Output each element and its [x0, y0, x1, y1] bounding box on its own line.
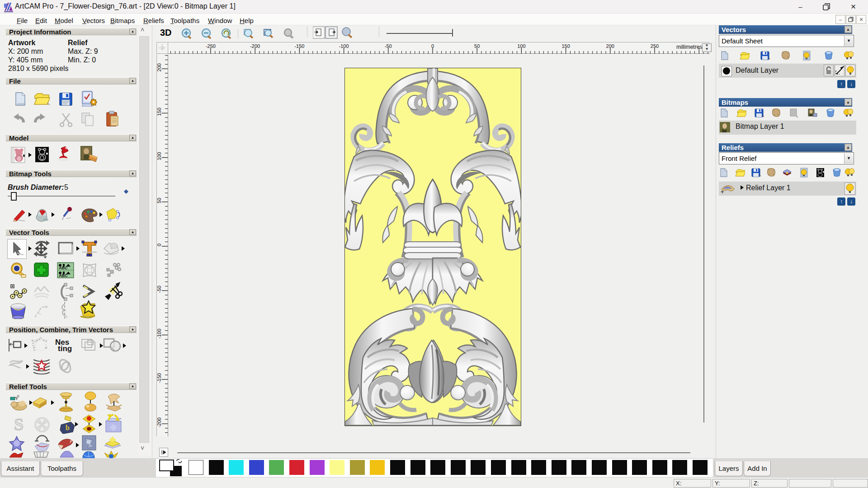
svg-text:100: 100: [157, 152, 162, 160]
svg-text:50: 50: [474, 43, 480, 49]
svg-text:150: 150: [157, 108, 162, 116]
svg-text:ABC: ABC: [59, 273, 68, 278]
svg-text:50: 50: [157, 198, 162, 203]
svg-text:200: 200: [157, 63, 162, 71]
svg-text:0: 0: [431, 43, 434, 49]
svg-text:S: S: [14, 416, 24, 433]
svg-text:-250: -250: [206, 43, 216, 49]
svg-text:250: 250: [651, 43, 659, 49]
svg-text:150: 150: [561, 43, 570, 49]
svg-text:0: 0: [157, 244, 162, 246]
svg-text:-150: -150: [157, 373, 162, 383]
svg-text:200: 200: [606, 43, 614, 49]
svg-text:-150: -150: [294, 43, 304, 49]
svg-text:b: b: [66, 424, 70, 432]
svg-text:100: 100: [517, 43, 525, 49]
svg-text:+: +: [721, 188, 724, 194]
svg-text:-50: -50: [385, 43, 392, 49]
svg-text:-100: -100: [157, 328, 162, 338]
svg-text:-200: -200: [157, 418, 162, 427]
svg-text:a: a: [45, 347, 48, 349]
svg-text:-50: -50: [157, 286, 162, 293]
svg-text:-200: -200: [250, 43, 260, 49]
svg-text:ABC: ABC: [59, 266, 68, 270]
svg-text:-100: -100: [339, 43, 349, 49]
